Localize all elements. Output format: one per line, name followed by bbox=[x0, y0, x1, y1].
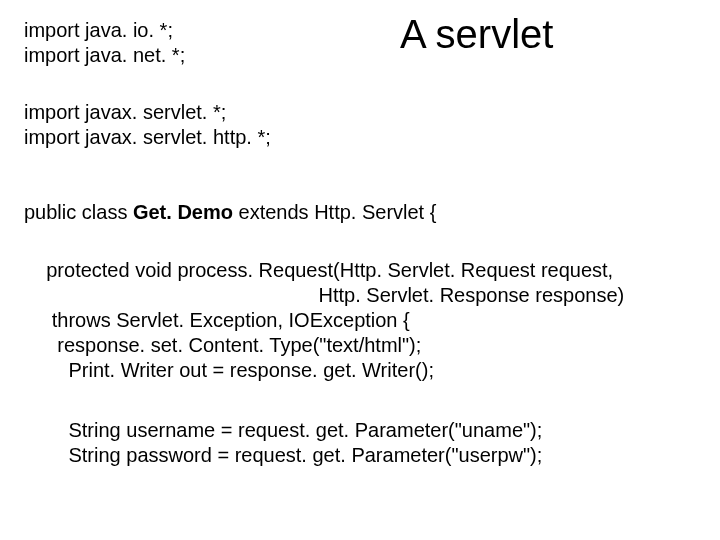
code-line: String password = request. get. Paramete… bbox=[24, 444, 542, 466]
slide-title: A servlet bbox=[400, 12, 553, 57]
code-line: String username = request. get. Paramete… bbox=[24, 419, 542, 441]
code-line: throws Servlet. Exception, IOException { bbox=[24, 309, 410, 331]
code-line: import java. io. *; bbox=[24, 19, 173, 41]
code-line: Print. Writer out = response. get. Write… bbox=[24, 359, 434, 381]
code-text: extends Http. Servlet { bbox=[233, 201, 436, 223]
code-class-decl: public class Get. Demo extends Http. Ser… bbox=[24, 200, 436, 225]
code-imports-servlet: import javax. servlet. *; import javax. … bbox=[24, 100, 271, 150]
code-params: String username = request. get. Paramete… bbox=[24, 418, 542, 468]
code-line: Http. Servlet. Response response) bbox=[24, 284, 624, 306]
code-line: response. set. Content. Type("text/html"… bbox=[24, 334, 421, 356]
code-line: protected void process. Request(Http. Se… bbox=[24, 259, 613, 281]
code-method: protected void process. Request(Http. Se… bbox=[24, 258, 624, 383]
code-line: import javax. servlet. http. *; bbox=[24, 126, 271, 148]
code-class-name: Get. Demo bbox=[133, 201, 233, 223]
code-line: import java. net. *; bbox=[24, 44, 185, 66]
code-line: import javax. servlet. *; bbox=[24, 101, 226, 123]
code-imports-java: import java. io. *; import java. net. *; bbox=[24, 18, 185, 68]
slide: A servlet import java. io. *; import jav… bbox=[0, 0, 720, 540]
code-text: public class bbox=[24, 201, 133, 223]
